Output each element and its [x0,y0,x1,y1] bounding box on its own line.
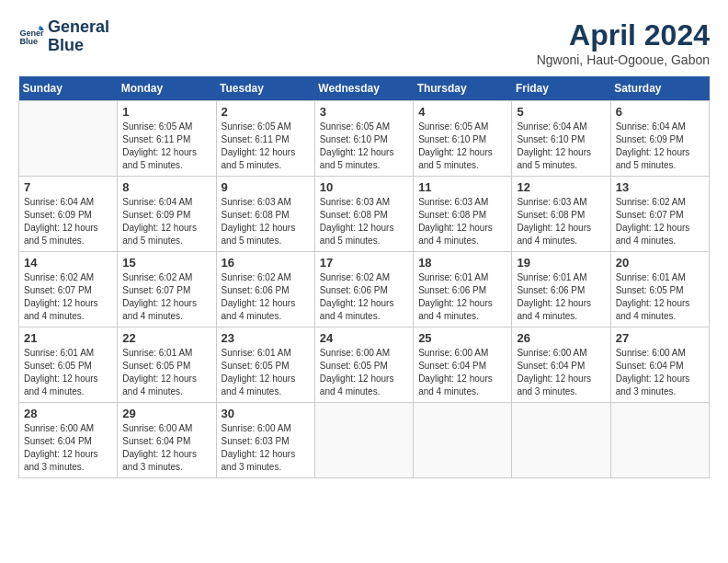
day-number: 19 [517,256,605,270]
day-number: 4 [418,105,506,119]
logo-text: General Blue [48,18,109,55]
day-info: Sunrise: 6:03 AMSunset: 6:08 PMDaylight:… [418,196,506,247]
calendar-cell: 29Sunrise: 6:00 AMSunset: 6:04 PMDayligh… [118,403,216,478]
day-info: Sunrise: 6:05 AMSunset: 6:10 PMDaylight:… [418,121,506,172]
calendar-cell: 17Sunrise: 6:02 AMSunset: 6:06 PMDayligh… [314,252,413,327]
day-number: 3 [320,105,408,119]
day-info: Sunrise: 6:04 AMSunset: 6:09 PMDaylight:… [24,196,112,247]
calendar-cell: 26Sunrise: 6:00 AMSunset: 6:04 PMDayligh… [512,327,610,403]
calendar-cell [512,403,610,478]
day-header-wednesday: Wednesday [314,76,413,101]
day-info: Sunrise: 6:01 AMSunset: 6:05 PMDaylight:… [616,271,704,323]
day-header-saturday: Saturday [610,76,709,101]
day-number: 2 [222,105,310,119]
day-info: Sunrise: 6:03 AMSunset: 6:08 PMDaylight:… [222,196,310,247]
day-header-thursday: Thursday [414,76,512,101]
calendar-cell: 3Sunrise: 6:05 AMSunset: 6:10 PMDaylight… [314,101,413,177]
day-info: Sunrise: 6:00 AMSunset: 6:04 PMDaylight:… [418,347,506,398]
day-number: 14 [24,256,112,270]
day-info: Sunrise: 6:01 AMSunset: 6:06 PMDaylight:… [418,271,506,323]
day-info: Sunrise: 6:05 AMSunset: 6:11 PMDaylight:… [122,121,210,172]
day-number: 30 [222,407,310,420]
day-number: 20 [616,256,704,270]
calendar-cell: 10Sunrise: 6:03 AMSunset: 6:08 PMDayligh… [314,177,413,252]
calendar-cell: 12Sunrise: 6:03 AMSunset: 6:08 PMDayligh… [512,177,610,252]
day-number: 9 [222,180,310,194]
calendar-week-row: 7Sunrise: 6:04 AMSunset: 6:09 PMDaylight… [19,177,710,252]
calendar-cell [314,403,413,478]
calendar-cell: 5Sunrise: 6:04 AMSunset: 6:10 PMDaylight… [512,101,610,177]
day-number: 23 [222,331,310,345]
day-number: 10 [320,180,408,194]
day-number: 7 [24,180,112,194]
calendar-cell: 7Sunrise: 6:04 AMSunset: 6:09 PMDaylight… [19,177,118,252]
day-number: 12 [517,180,605,194]
calendar-cell: 2Sunrise: 6:05 AMSunset: 6:11 PMDaylight… [216,101,314,177]
calendar-cell: 28Sunrise: 6:00 AMSunset: 6:04 PMDayligh… [19,403,118,478]
day-header-tuesday: Tuesday [216,76,314,101]
day-info: Sunrise: 6:03 AMSunset: 6:08 PMDaylight:… [320,196,408,247]
calendar-cell: 14Sunrise: 6:02 AMSunset: 6:07 PMDayligh… [19,252,118,327]
day-info: Sunrise: 6:00 AMSunset: 6:03 PMDaylight:… [222,422,310,474]
day-info: Sunrise: 6:04 AMSunset: 6:09 PMDaylight:… [616,121,704,172]
calendar-cell: 27Sunrise: 6:00 AMSunset: 6:04 PMDayligh… [610,327,709,403]
day-number: 21 [24,331,112,345]
day-info: Sunrise: 6:00 AMSunset: 6:04 PMDaylight:… [122,422,210,474]
day-number: 1 [122,105,210,119]
calendar-week-row: 1Sunrise: 6:05 AMSunset: 6:11 PMDaylight… [19,101,710,177]
calendar-header-row: SundayMondayTuesdayWednesdayThursdayFrid… [19,76,710,101]
day-info: Sunrise: 6:00 AMSunset: 6:05 PMDaylight:… [320,347,408,398]
day-info: Sunrise: 6:02 AMSunset: 6:07 PMDaylight:… [24,271,112,323]
logo: General Blue General Blue [18,18,109,55]
calendar-cell [610,403,709,478]
calendar-cell [414,403,512,478]
day-header-friday: Friday [512,76,610,101]
day-number: 5 [517,105,605,119]
day-number: 25 [418,331,506,345]
day-number: 8 [122,180,210,194]
day-info: Sunrise: 6:04 AMSunset: 6:10 PMDaylight:… [517,121,605,172]
day-header-monday: Monday [118,76,216,101]
calendar-week-row: 28Sunrise: 6:00 AMSunset: 6:04 PMDayligh… [19,403,710,478]
day-info: Sunrise: 6:04 AMSunset: 6:09 PMDaylight:… [122,196,210,247]
calendar-cell: 23Sunrise: 6:01 AMSunset: 6:05 PMDayligh… [216,327,314,403]
day-number: 24 [320,331,408,345]
calendar-cell: 9Sunrise: 6:03 AMSunset: 6:08 PMDaylight… [216,177,314,252]
day-number: 26 [517,331,605,345]
calendar-cell: 22Sunrise: 6:01 AMSunset: 6:05 PMDayligh… [118,327,216,403]
logo-icon: General Blue [18,24,44,50]
calendar-cell: 11Sunrise: 6:03 AMSunset: 6:08 PMDayligh… [414,177,512,252]
calendar-cell: 13Sunrise: 6:02 AMSunset: 6:07 PMDayligh… [610,177,709,252]
calendar-cell [19,101,118,177]
calendar-table: SundayMondayTuesdayWednesdayThursdayFrid… [18,76,710,478]
svg-text:Blue: Blue [19,37,38,46]
day-info: Sunrise: 6:05 AMSunset: 6:10 PMDaylight:… [320,121,408,172]
day-number: 11 [418,180,506,194]
calendar-week-row: 21Sunrise: 6:01 AMSunset: 6:05 PMDayligh… [19,327,710,403]
calendar-cell: 30Sunrise: 6:00 AMSunset: 6:03 PMDayligh… [216,403,314,478]
day-number: 6 [616,105,704,119]
day-info: Sunrise: 6:02 AMSunset: 6:07 PMDaylight:… [122,271,210,323]
day-info: Sunrise: 6:02 AMSunset: 6:06 PMDaylight:… [222,271,310,323]
day-info: Sunrise: 6:05 AMSunset: 6:11 PMDaylight:… [222,121,310,172]
calendar-cell: 16Sunrise: 6:02 AMSunset: 6:06 PMDayligh… [216,252,314,327]
day-info: Sunrise: 6:00 AMSunset: 6:04 PMDaylight:… [616,347,704,398]
month-year: April 2024 [537,18,710,52]
day-info: Sunrise: 6:01 AMSunset: 6:05 PMDaylight:… [222,347,310,398]
day-info: Sunrise: 6:03 AMSunset: 6:08 PMDaylight:… [517,196,605,247]
day-info: Sunrise: 6:01 AMSunset: 6:05 PMDaylight:… [122,347,210,398]
day-number: 28 [24,407,112,420]
calendar-week-row: 14Sunrise: 6:02 AMSunset: 6:07 PMDayligh… [19,252,710,327]
day-number: 15 [122,256,210,270]
day-info: Sunrise: 6:01 AMSunset: 6:06 PMDaylight:… [517,271,605,323]
calendar-cell: 8Sunrise: 6:04 AMSunset: 6:09 PMDaylight… [118,177,216,252]
day-info: Sunrise: 6:01 AMSunset: 6:05 PMDaylight:… [24,347,112,398]
day-header-sunday: Sunday [19,76,118,101]
calendar-cell: 15Sunrise: 6:02 AMSunset: 6:07 PMDayligh… [118,252,216,327]
day-number: 18 [418,256,506,270]
calendar-cell: 20Sunrise: 6:01 AMSunset: 6:05 PMDayligh… [610,252,709,327]
day-number: 27 [616,331,704,345]
calendar-cell: 6Sunrise: 6:04 AMSunset: 6:09 PMDaylight… [610,101,709,177]
location: Ngwoni, Haut-Ogooue, Gabon [537,52,710,67]
calendar-cell: 4Sunrise: 6:05 AMSunset: 6:10 PMDaylight… [414,101,512,177]
